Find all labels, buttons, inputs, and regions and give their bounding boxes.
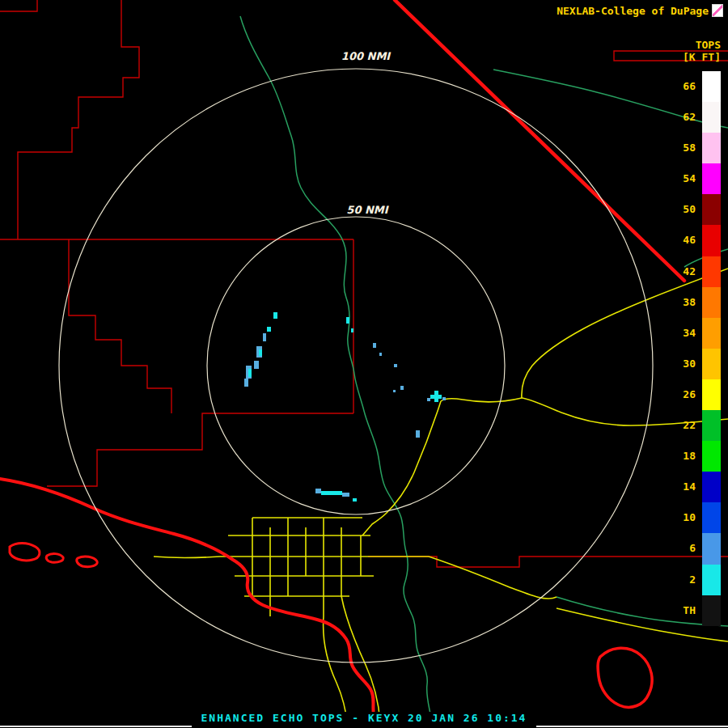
scale-label-6: 6 [662, 533, 696, 564]
scale-block-54 [702, 163, 721, 194]
radar-echo [254, 361, 259, 369]
scale-label-42: 42 [662, 256, 696, 287]
scale-label-10: 10 [662, 502, 696, 533]
scale-block-50 [702, 194, 721, 225]
scale-label-46: 46 [662, 225, 696, 256]
scale-label-18: 18 [662, 441, 696, 472]
scale-label-2: 2 [662, 565, 696, 595]
major-diagonal-boundary [395, 0, 684, 281]
color-scale-bar [702, 71, 721, 626]
radar-echo [267, 327, 271, 332]
scale-block-62 [702, 102, 721, 133]
scale-block-14 [702, 472, 721, 502]
scale-block-10 [702, 502, 721, 533]
scale-block-2 [702, 565, 721, 595]
range-rings [59, 69, 653, 662]
radar-echo [263, 333, 266, 341]
scale-label-38: 38 [662, 287, 696, 318]
coastline-and-major-boundaries [0, 0, 684, 728]
scale-block-42 [702, 256, 721, 287]
scale-label-58: 58 [662, 133, 696, 163]
radar-echo [351, 328, 353, 332]
county-boundaries [0, 0, 728, 567]
highway-lines [154, 269, 728, 728]
radar-echo [342, 493, 349, 497]
radar-echo [379, 353, 382, 356]
radar-echo [416, 430, 420, 438]
radar-echo [259, 349, 262, 356]
scale-label-66: 66 [662, 71, 696, 102]
island-outline [10, 544, 40, 561]
radar-echo [248, 369, 252, 377]
scale-label-TH: TH [662, 595, 696, 626]
scale-label-22: 22 [662, 410, 696, 441]
echo-layer [244, 312, 446, 502]
radar-echo [394, 364, 397, 367]
scale-units: [K FT] [683, 51, 721, 63]
island-outline [77, 557, 97, 567]
radar-echo [244, 379, 248, 387]
range-ring-label-100: 100 NMI [341, 50, 390, 62]
scale-block-34 [702, 318, 721, 349]
island-outline [46, 554, 63, 563]
radar-echo [273, 312, 277, 319]
product-caption: ENHANCED ECHO TOPS - KEYX 20 JAN 26 10:1… [0, 709, 728, 728]
lake-outline [598, 648, 652, 707]
scale-block-66 [702, 71, 721, 102]
scale-block-30 [702, 349, 721, 379]
radar-echo [321, 491, 342, 495]
radar-echo [393, 390, 396, 392]
radar-echo [442, 397, 446, 400]
product-caption-text: ENHANCED ECHO TOPS - KEYX 20 JAN 26 10:1… [192, 712, 537, 728]
scale-block-6 [702, 533, 721, 564]
scale-label-30: 30 [662, 349, 696, 379]
radar-echo [346, 317, 349, 324]
scale-label-14: 14 [662, 472, 696, 502]
scale-labels: 66625854504642383430262218141062TH [662, 71, 696, 626]
scale-block-46 [702, 225, 721, 256]
page-title: NEXLAB-College of DuPage [557, 5, 709, 17]
radar-echo [315, 489, 321, 493]
scale-label-26: 26 [662, 379, 696, 410]
river-lines [240, 16, 728, 728]
scale-block-TH [702, 595, 721, 626]
scale-block-38 [702, 287, 721, 318]
scale-block-22 [702, 410, 721, 441]
radar-echo [427, 398, 430, 401]
range-ring-100nmi [59, 69, 653, 662]
radar-echo [373, 343, 376, 348]
scale-block-26 [702, 379, 721, 410]
radar-echo [400, 386, 404, 390]
scale-block-58 [702, 133, 721, 163]
range-ring-label-50: 50 NMI [346, 204, 387, 216]
scale-title: TOPS [696, 39, 721, 51]
cod-logo-icon [712, 4, 723, 17]
scale-block-18 [702, 441, 721, 472]
radar-map [0, 0, 728, 728]
scale-label-62: 62 [662, 102, 696, 133]
radar-echo [434, 391, 438, 402]
scale-label-54: 54 [662, 163, 696, 194]
radar-display: NEXLAB-College of DuPage TOPS [K FT] 666… [0, 0, 728, 728]
scale-label-50: 50 [662, 194, 696, 225]
scale-label-34: 34 [662, 318, 696, 349]
range-ring-50nmi [207, 217, 505, 514]
coastline [0, 479, 379, 728]
radar-echo [353, 498, 357, 502]
